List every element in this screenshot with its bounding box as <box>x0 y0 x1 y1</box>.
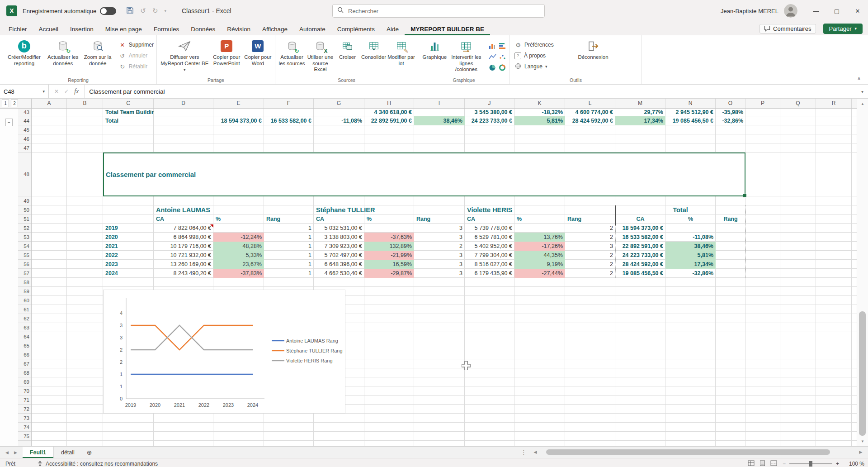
column-header-G[interactable]: G <box>314 99 364 108</box>
cell-D57[interactable]: 8 243 490,20 € <box>154 269 213 278</box>
subheader-0-rang[interactable]: Rang <box>264 214 314 224</box>
zoom-data-button[interactable]: Zoom sur la donnée <box>80 37 115 67</box>
cell-M44[interactable]: 17,34% <box>615 116 665 125</box>
cell-L44[interactable]: 28 424 592,00 € <box>565 116 615 125</box>
subheader-3-ca[interactable]: CA <box>615 214 665 224</box>
publish-center-button[interactable]: Diffuser vers MyReport Center BE ▾ <box>160 37 210 73</box>
cell-G57[interactable]: 4 662 530,40 € <box>314 269 364 278</box>
cell-J54[interactable]: 5 402 952,00 € <box>465 242 514 251</box>
cell-I56[interactable]: 3 <box>414 260 465 269</box>
consolidate-button[interactable]: Consolider <box>360 37 387 61</box>
preferences-button[interactable]: ⚙Préférences <box>514 40 572 50</box>
menu-tab-r-vision[interactable]: Révision <box>221 24 256 35</box>
year-label-2019[interactable]: 2019 <box>103 224 154 233</box>
cell-F44[interactable]: 16 533 582,00 € <box>264 116 314 125</box>
redo-icon[interactable]: ↻ <box>152 7 158 15</box>
redo-ribbon-button[interactable]: ↻Rétablir <box>119 62 154 71</box>
name-box[interactable]: C48 ▾ <box>0 85 49 98</box>
swap-rows-columns-button[interactable]: Intervertir les lignes /colonnes <box>448 37 484 73</box>
cell-H54[interactable]: 132,89% <box>364 242 414 251</box>
scroll-right-icon[interactable]: ▶ <box>857 450 864 454</box>
cell-L55[interactable]: 2 <box>565 251 615 260</box>
cell-I52[interactable]: 3 <box>414 224 465 233</box>
column-header-K[interactable]: K <box>514 99 565 108</box>
copy-word-button[interactable]: W Copier pour Word <box>244 37 272 67</box>
cell-G53[interactable]: 3 138 803,00 € <box>314 233 364 242</box>
cell-I44[interactable]: 38,46% <box>414 116 465 125</box>
row-header-56[interactable]: 56 <box>18 260 31 269</box>
cell-K55[interactable]: 44,35% <box>514 251 565 260</box>
refresh-data-button[interactable]: ↻ Actualiser les données <box>46 37 80 67</box>
share-button[interactable]: Partager ▾ <box>823 24 863 34</box>
cell-O44[interactable]: -32,86% <box>716 116 745 125</box>
row-header-68[interactable]: 68 <box>18 368 31 377</box>
outline-level-2-button[interactable]: 2 <box>11 100 18 107</box>
row-header-55[interactable]: 55 <box>18 251 31 260</box>
page-break-view-icon[interactable] <box>770 460 777 467</box>
subheader-1-rang[interactable]: Rang <box>414 214 465 224</box>
cell-M54[interactable]: 22 892 591,00 € <box>615 242 665 251</box>
row-header-57[interactable]: 57 <box>18 269 31 278</box>
search-box[interactable] <box>332 4 545 18</box>
subheader-3-%[interactable]: % <box>665 214 716 224</box>
menu-tab-automate[interactable]: Automate <box>293 24 331 35</box>
cell-F56[interactable]: 1 <box>264 260 314 269</box>
cell-E55[interactable]: 5,33% <box>213 251 264 260</box>
cell-D53[interactable]: 6 864 998,00 € <box>154 233 213 242</box>
undo-icon[interactable]: ↺ <box>140 7 146 15</box>
column-header-B[interactable]: B <box>67 99 103 108</box>
sheet-tab-feuil1[interactable]: Feuil1 <box>23 447 54 458</box>
vertical-scroll-thumb[interactable] <box>859 311 866 436</box>
minimize-button[interactable]: — <box>806 0 826 22</box>
cell-N54[interactable]: 38,46% <box>665 242 716 251</box>
cell-G54[interactable]: 7 309 923,00 € <box>314 242 364 251</box>
user-name[interactable]: Jean-Baptiste MEREL <box>721 8 778 14</box>
column-header-H[interactable]: H <box>364 99 414 108</box>
column-header-C[interactable]: C <box>103 99 154 108</box>
row-header-54[interactable]: 54 <box>18 242 31 251</box>
sheet-tab-détail[interactable]: détail <box>54 447 82 458</box>
vertical-scrollbar[interactable]: ▲ ▼ <box>857 99 868 446</box>
row-header-58[interactable]: 58 <box>18 278 31 287</box>
cell-H55[interactable]: -21,99% <box>364 251 414 260</box>
column-header-L[interactable]: L <box>565 99 615 108</box>
comments-button[interactable]: Commentaires <box>760 24 816 33</box>
menu-tab-mise-en-page[interactable]: Mise en page <box>99 24 148 35</box>
row-header-45[interactable]: 45 <box>18 125 31 134</box>
row-header-47[interactable]: 47 <box>18 143 31 152</box>
cell-D55[interactable]: 10 721 932,00 € <box>154 251 213 260</box>
column-header-E[interactable]: E <box>213 99 264 108</box>
year-label-2024[interactable]: 2024 <box>103 269 154 278</box>
subheader-2-rang[interactable]: Rang <box>565 214 615 224</box>
cell-J56[interactable]: 8 516 027,00 € <box>465 260 514 269</box>
rank-line-chart[interactable]: 01122334201920202021202220232024Antoine … <box>103 290 345 414</box>
cell-C44[interactable]: Total <box>103 116 154 125</box>
row-header-75[interactable]: 75 <box>18 432 31 441</box>
column-header-P[interactable]: P <box>745 99 780 108</box>
cell-F52[interactable]: 1 <box>264 224 314 233</box>
subheader-1-%[interactable]: % <box>364 214 414 224</box>
expand-formula-bar-icon[interactable]: ▾ <box>861 89 863 94</box>
cell-J43[interactable]: 3 545 380,00 € <box>465 109 514 116</box>
row-header-71[interactable]: 71 <box>18 396 31 405</box>
delete-button[interactable]: ✕Supprimer <box>119 40 154 50</box>
cell-L57[interactable]: 2 <box>565 269 615 278</box>
menu-tab-accueil[interactable]: Accueil <box>33 24 65 35</box>
row-header-72[interactable]: 72 <box>18 405 31 414</box>
scroll-down-icon[interactable]: ▼ <box>857 436 868 446</box>
menu-tab-insertion[interactable]: Insertion <box>64 24 99 35</box>
cell-J52[interactable]: 5 739 778,00 € <box>465 224 514 233</box>
quick-access-caret-icon[interactable]: ▾ <box>164 9 166 13</box>
cell-M52[interactable]: 18 594 373,00 € <box>615 224 665 233</box>
mini-pie-chart-icon[interactable] <box>488 62 497 72</box>
mini-scatter-chart-icon[interactable] <box>498 52 507 62</box>
column-header-J[interactable]: J <box>465 99 514 108</box>
cell-F57[interactable]: 1 <box>264 269 314 278</box>
menu-tab-myreport-builder-be[interactable]: MYREPORT BUILDER BE <box>405 24 490 35</box>
selected-cell-C48[interactable]: Classement par commercial <box>103 152 745 196</box>
row-header-46[interactable]: 46 <box>18 134 31 143</box>
cell-K56[interactable]: 9,19% <box>514 260 565 269</box>
cell-L54[interactable]: 3 <box>565 242 615 251</box>
menu-tab-donn-es[interactable]: Données <box>185 24 221 35</box>
about-button[interactable]: ?À propos <box>514 51 572 61</box>
